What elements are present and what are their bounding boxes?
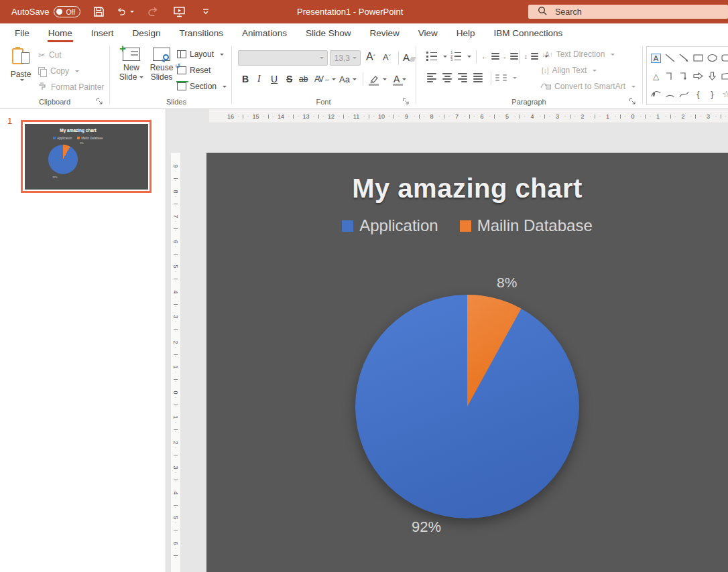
tab-file[interactable]: File <box>5 23 39 42</box>
cut-button[interactable]: ✂ Cut <box>38 49 62 61</box>
section-dropdown-icon[interactable] <box>223 86 227 88</box>
autosave-switch[interactable]: Off <box>54 6 80 17</box>
columns-dropdown-icon[interactable] <box>513 77 517 79</box>
search-input[interactable] <box>555 7 689 17</box>
columns-button[interactable] <box>495 72 517 84</box>
clipboard-dialog-launcher-icon[interactable] <box>96 98 104 106</box>
elbow-connector-shape-icon[interactable] <box>663 67 677 85</box>
tab-home[interactable]: Home <box>39 23 82 42</box>
legend-item-mailin-database[interactable]: Mailin Database <box>460 216 593 235</box>
highlight-dropdown-icon[interactable] <box>383 78 387 80</box>
right-arrow-shape-icon[interactable] <box>691 67 705 85</box>
tab-ibm-connections[interactable]: IBM Connections <box>485 23 572 42</box>
curve-shape-icon[interactable] <box>677 85 691 103</box>
align-right-button[interactable] <box>458 72 467 84</box>
triangle-shape-icon[interactable]: △ <box>649 67 663 85</box>
character-spacing-button[interactable]: AV↔ <box>314 72 336 86</box>
elbow-arrow-connector-shape-icon[interactable] <box>677 67 691 85</box>
scribble-shape-icon[interactable] <box>649 85 663 103</box>
new-slide-button[interactable]: + New Slide <box>118 48 145 82</box>
pie-chart[interactable] <box>347 286 588 527</box>
layout-dropdown-icon[interactable] <box>220 54 224 56</box>
new-slide-dropdown-icon[interactable] <box>139 76 143 78</box>
font-dialog-launcher-icon[interactable] <box>402 98 410 106</box>
format-painter-button[interactable]: Format Painter <box>38 81 104 93</box>
font-name-combobox[interactable] <box>238 50 328 66</box>
bullets-button[interactable] <box>426 50 447 62</box>
text-box-shape-icon[interactable]: A <box>649 49 663 67</box>
decrease-indent-button[interactable]: ← <box>481 50 499 62</box>
rounded-rectangle-shape-icon[interactable] <box>719 49 728 67</box>
undo-icon[interactable] <box>117 3 134 21</box>
copy-button[interactable]: Copy <box>38 65 79 77</box>
spacing-bars-icon <box>531 53 538 60</box>
numbering-dropdown-icon[interactable] <box>467 56 471 58</box>
chart-legend[interactable]: ApplicationMailin Database <box>206 216 728 235</box>
oval-shape-icon[interactable] <box>705 49 719 67</box>
strikethrough-button[interactable]: ab <box>299 72 308 86</box>
justify-button[interactable] <box>473 72 483 84</box>
more-commands-icon[interactable] <box>197 3 215 21</box>
tab-slide-show[interactable]: Slide Show <box>296 23 361 42</box>
underline-button[interactable]: U <box>271 72 278 86</box>
align-text-dropdown-icon[interactable] <box>593 70 597 72</box>
down-arrow-shape-icon[interactable] <box>705 67 719 85</box>
rectangle-shape-icon[interactable] <box>691 49 705 67</box>
align-left-button[interactable] <box>427 72 436 84</box>
tab-view[interactable]: View <box>409 23 447 42</box>
autosave-toggle[interactable]: AutoSave Off <box>11 6 80 17</box>
chart-title[interactable]: My amazing chart <box>206 173 728 204</box>
tab-insert[interactable]: Insert <box>82 23 123 42</box>
columns-icon <box>495 74 499 81</box>
star-shape-icon[interactable]: ☆ <box>719 85 728 103</box>
font-size-combobox[interactable]: 13,3 <box>330 50 361 66</box>
line-shape-icon[interactable] <box>663 49 677 67</box>
shadow-s-button[interactable]: S <box>286 72 292 86</box>
paste-dropdown-icon[interactable] <box>20 79 24 81</box>
bold-button[interactable]: B <box>242 72 249 86</box>
legend-item-application[interactable]: Application <box>342 216 438 235</box>
reuse-slides-button[interactable]: Reuse Slides <box>147 48 176 82</box>
arc-shape-icon[interactable] <box>663 85 677 103</box>
section-button[interactable]: Section <box>177 80 227 92</box>
convert-to-smartart-button[interactable]: Convert to SmartArt <box>540 80 635 92</box>
slide-1-thumbnail[interactable]: My amazing chart ApplicationMailin Datab… <box>21 120 151 193</box>
change-case-dropdown-icon[interactable] <box>353 78 357 80</box>
right-brace-shape-icon[interactable]: } <box>705 85 719 103</box>
increase-indent-button[interactable]: → <box>500 50 518 62</box>
font-size-dropdown-icon[interactable] <box>353 57 357 59</box>
left-brace-shape-icon[interactable]: { <box>691 85 705 103</box>
tab-animations[interactable]: Animations <box>233 23 296 42</box>
italic-button[interactable]: I <box>257 72 261 86</box>
layout-button[interactable]: Layout <box>177 48 224 60</box>
character-spacing-dropdown-icon[interactable] <box>332 78 336 80</box>
redo-icon[interactable] <box>143 3 161 21</box>
tab-help[interactable]: Help <box>447 23 485 42</box>
search-box[interactable] <box>528 5 728 19</box>
increase-font-size-button[interactable]: Aˆ <box>366 50 375 64</box>
clear-formatting-button[interactable]: A <box>403 50 415 64</box>
undo-dropdown-icon[interactable] <box>130 11 134 13</box>
text-direction-dropdown-icon[interactable] <box>611 54 615 56</box>
decrease-font-size-button[interactable]: Aˇ <box>383 50 391 64</box>
font-name-dropdown-icon[interactable] <box>320 57 324 59</box>
copy-dropdown-icon[interactable] <box>75 70 79 72</box>
font-color-dropdown-icon[interactable] <box>402 78 406 80</box>
bullets-dropdown-icon[interactable] <box>443 56 447 58</box>
slideshow-icon[interactable] <box>170 3 188 21</box>
tab-transitions[interactable]: Transitions <box>170 23 233 42</box>
tab-design[interactable]: Design <box>123 23 170 42</box>
paste-button[interactable]: Paste <box>7 47 35 81</box>
align-center-button[interactable] <box>442 72 452 84</box>
arrow-shape-icon[interactable] <box>677 49 691 67</box>
align-text-button[interactable]: [↕] Align Text <box>542 64 597 76</box>
save-icon[interactable] <box>90 3 107 21</box>
change-case-button[interactable]: Aa <box>339 72 357 86</box>
paragraph-dialog-launcher-icon[interactable] <box>629 98 637 106</box>
text-direction-button[interactable]: ↓A↑ Text Direction <box>542 48 615 60</box>
flowchart-shape-shape-icon[interactable] <box>719 67 728 85</box>
tab-review[interactable]: Review <box>360 23 408 42</box>
numbering-button[interactable]: 1 2 3 <box>450 50 471 62</box>
reset-button[interactable]: Reset <box>177 64 210 76</box>
smartart-dropdown-icon[interactable] <box>631 86 635 88</box>
